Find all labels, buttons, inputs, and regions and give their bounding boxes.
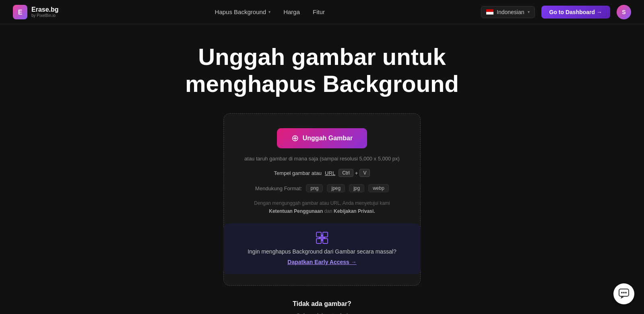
sample-section: Tidak ada gambar? Coba salah satu dari: [259, 300, 385, 314]
language-selector[interactable]: Indonesian ▾: [481, 6, 535, 18]
chevron-down-icon: ▾: [528, 10, 530, 14]
nav-fitur[interactable]: Fitur: [313, 8, 325, 15]
logo-text: Erase.bg by PixelBin.io: [31, 6, 59, 18]
flag-icon: [486, 9, 493, 15]
plus-separator: +: [355, 170, 358, 176]
format-jpg: jpg: [349, 184, 364, 192]
svg-rect-2: [486, 9, 493, 12]
v-key: V: [359, 169, 370, 177]
paste-row: Tempel gambar atau URL Ctrl + V: [274, 169, 370, 177]
hero-title-line1: Unggah gambar untuk: [198, 44, 446, 70]
chat-icon: [618, 288, 630, 299]
ctrl-key: Ctrl: [339, 169, 353, 177]
early-access-link[interactable]: Dapatkan Early Access →: [287, 259, 356, 265]
bulk-text: Ingin menghapus Background dari Gambar s…: [248, 248, 396, 255]
format-row: Mendukung Format: png jpeg jpg webp: [255, 184, 389, 192]
privacy-policy-link[interactable]: Kebijakan Privasi.: [334, 208, 375, 214]
plus-icon: ⊕: [291, 134, 299, 143]
hero-title: Unggah gambar untuk menghapus Background: [185, 44, 459, 97]
svg-text:E: E: [18, 9, 23, 16]
navbar: E Erase.bg by PixelBin.io Hapus Backgrou…: [0, 0, 644, 24]
svg-point-33: [625, 292, 627, 293]
svg-rect-6: [316, 239, 321, 243]
nav-label-hapus: Hapus Background: [215, 8, 266, 15]
navbar-right: Indonesian ▾ Go to Dashboard → S: [481, 5, 631, 19]
svg-point-32: [623, 292, 625, 293]
nav-links: Hapus Background ▾ Harga Fitur: [215, 8, 325, 15]
upload-button-label: Unggah Gambar: [303, 135, 353, 142]
svg-rect-4: [316, 232, 321, 237]
svg-rect-3: [486, 12, 493, 15]
main-content: Unggah gambar untuk menghapus Background…: [0, 24, 644, 314]
paste-label: Tempel gambar atau: [274, 170, 322, 176]
format-label: Mendukung Format:: [255, 185, 302, 191]
brand-sub: by PixelBin.io: [31, 13, 59, 18]
bulk-section: Ingin menghapus Background dari Gambar s…: [223, 223, 421, 274]
upload-button[interactable]: ⊕ Unggah Gambar: [277, 128, 367, 148]
language-label: Indonesian: [497, 9, 524, 15]
sample-subtitle: Coba salah satu dari: [296, 312, 348, 314]
format-jpeg: jpeg: [327, 184, 345, 192]
brand-name: Erase.bg: [31, 6, 59, 13]
chevron-down-icon: ▾: [268, 10, 270, 14]
logo-icon: E: [13, 5, 27, 19]
nav-label-harga: Harga: [283, 8, 300, 15]
format-webp: webp: [368, 184, 389, 192]
drag-hint: atau taruh gambar di mana saja (sampai r…: [244, 156, 400, 162]
bulk-arrows-icon: [316, 231, 328, 244]
user-avatar[interactable]: S: [617, 5, 631, 19]
dashboard-button[interactable]: Go to Dashboard →: [541, 6, 610, 19]
hero-title-line2: menghapus Background: [185, 71, 459, 97]
svg-rect-5: [323, 232, 328, 237]
svg-point-31: [621, 292, 623, 293]
url-link[interactable]: URL: [325, 170, 335, 176]
nav-label-fitur: Fitur: [313, 8, 325, 15]
svg-rect-7: [323, 239, 328, 243]
terms-of-use-link[interactable]: Ketentuan Penggunaan: [269, 208, 323, 214]
nav-harga[interactable]: Harga: [283, 8, 300, 15]
logo-section: E Erase.bg by PixelBin.io: [13, 5, 59, 19]
keyboard-shortcut: Ctrl + V: [339, 169, 370, 177]
chat-button[interactable]: [613, 283, 634, 304]
nav-hapus-background[interactable]: Hapus Background ▾: [215, 8, 271, 15]
terms-text: Dengan mengunggah gambar atau URL, Anda …: [246, 200, 398, 215]
bulk-icon: [316, 231, 328, 244]
format-png: png: [306, 184, 323, 192]
sample-title: Tidak ada gambar?: [293, 300, 351, 308]
upload-card: ⊕ Unggah Gambar atau taruh gambar di man…: [223, 113, 421, 285]
